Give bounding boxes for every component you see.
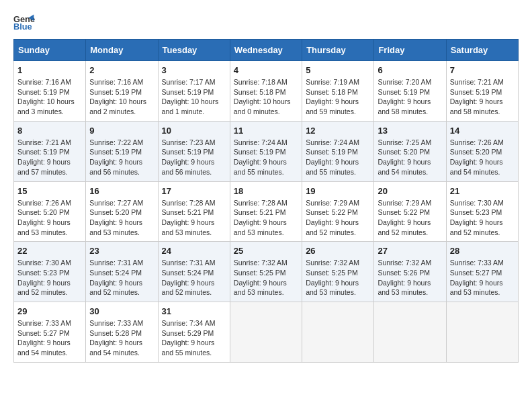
- day-detail: Sunrise: 7:17 AM Sunset: 5:19 PM Dayligh…: [162, 77, 226, 117]
- day-detail: Sunrise: 7:31 AM Sunset: 5:24 PM Dayligh…: [89, 258, 154, 298]
- day-number: 30: [89, 306, 154, 316]
- day-number: 15: [17, 186, 82, 196]
- logo-icon: General Blue: [13, 13, 35, 32]
- calendar-cell: 11Sunrise: 7:24 AM Sunset: 5:19 PM Dayli…: [230, 121, 302, 181]
- weekday-header: Tuesday: [158, 40, 230, 61]
- calendar-cell: 4Sunrise: 7:18 AM Sunset: 5:18 PM Daylig…: [230, 61, 302, 122]
- logo: General Blue: [13, 13, 38, 32]
- day-detail: Sunrise: 7:33 AM Sunset: 5:27 PM Dayligh…: [17, 318, 82, 358]
- calendar-cell: 19Sunrise: 7:29 AM Sunset: 5:22 PM Dayli…: [302, 181, 374, 242]
- day-number: 21: [450, 186, 515, 196]
- calendar-table: SundayMondayTuesdayWednesdayThursdayFrid…: [13, 39, 519, 363]
- day-number: 3: [162, 65, 226, 75]
- day-number: 14: [450, 126, 515, 136]
- calendar-cell: 17Sunrise: 7:28 AM Sunset: 5:21 PM Dayli…: [158, 181, 230, 242]
- day-number: 28: [450, 246, 515, 256]
- calendar-cell: 20Sunrise: 7:29 AM Sunset: 5:22 PM Dayli…: [374, 181, 446, 242]
- day-detail: Sunrise: 7:26 AM Sunset: 5:20 PM Dayligh…: [450, 138, 515, 177]
- day-detail: Sunrise: 7:30 AM Sunset: 5:23 PM Dayligh…: [17, 258, 82, 298]
- weekday-header: Monday: [86, 40, 158, 61]
- day-number: 9: [89, 126, 154, 136]
- calendar-cell: 29Sunrise: 7:33 AM Sunset: 5:27 PM Dayli…: [14, 302, 86, 363]
- calendar-cell: 13Sunrise: 7:25 AM Sunset: 5:20 PM Dayli…: [374, 121, 446, 181]
- calendar-week-row: 22Sunrise: 7:30 AM Sunset: 5:23 PM Dayli…: [14, 242, 519, 302]
- calendar-week-row: 15Sunrise: 7:26 AM Sunset: 5:20 PM Dayli…: [14, 181, 519, 242]
- weekday-header: Sunday: [14, 40, 86, 61]
- day-number: 29: [17, 306, 82, 316]
- day-detail: Sunrise: 7:32 AM Sunset: 5:25 PM Dayligh…: [234, 258, 298, 298]
- calendar-week-row: 29Sunrise: 7:33 AM Sunset: 5:27 PM Dayli…: [14, 302, 519, 363]
- day-number: 8: [17, 126, 82, 136]
- day-detail: Sunrise: 7:33 AM Sunset: 5:27 PM Dayligh…: [450, 258, 515, 298]
- calendar-cell: 22Sunrise: 7:30 AM Sunset: 5:23 PM Dayli…: [14, 242, 86, 302]
- day-detail: Sunrise: 7:19 AM Sunset: 5:18 PM Dayligh…: [306, 77, 370, 117]
- day-detail: Sunrise: 7:33 AM Sunset: 5:28 PM Dayligh…: [89, 318, 154, 358]
- calendar-cell: 25Sunrise: 7:32 AM Sunset: 5:25 PM Dayli…: [230, 242, 302, 302]
- calendar-cell: 5Sunrise: 7:19 AM Sunset: 5:18 PM Daylig…: [302, 61, 374, 122]
- calendar-cell: 1Sunrise: 7:16 AM Sunset: 5:19 PM Daylig…: [14, 61, 86, 122]
- calendar-cell: 15Sunrise: 7:26 AM Sunset: 5:20 PM Dayli…: [14, 181, 86, 242]
- day-number: 31: [162, 306, 226, 316]
- day-detail: Sunrise: 7:31 AM Sunset: 5:24 PM Dayligh…: [162, 258, 226, 298]
- day-detail: Sunrise: 7:16 AM Sunset: 5:19 PM Dayligh…: [17, 77, 82, 117]
- day-number: 13: [378, 126, 442, 136]
- calendar-cell: [302, 302, 374, 363]
- day-detail: Sunrise: 7:24 AM Sunset: 5:19 PM Dayligh…: [234, 138, 298, 177]
- day-detail: Sunrise: 7:23 AM Sunset: 5:19 PM Dayligh…: [162, 138, 226, 177]
- weekday-header: Wednesday: [230, 40, 302, 61]
- day-detail: Sunrise: 7:20 AM Sunset: 5:19 PM Dayligh…: [378, 77, 442, 117]
- day-detail: Sunrise: 7:29 AM Sunset: 5:22 PM Dayligh…: [306, 198, 370, 238]
- calendar-cell: [374, 302, 446, 363]
- day-number: 12: [306, 126, 370, 136]
- weekday-header: Friday: [374, 40, 446, 61]
- day-detail: Sunrise: 7:27 AM Sunset: 5:20 PM Dayligh…: [89, 198, 154, 238]
- calendar-cell: 27Sunrise: 7:32 AM Sunset: 5:26 PM Dayli…: [374, 242, 446, 302]
- calendar-cell: 9Sunrise: 7:22 AM Sunset: 5:19 PM Daylig…: [86, 121, 158, 181]
- day-detail: Sunrise: 7:21 AM Sunset: 5:19 PM Dayligh…: [17, 138, 82, 177]
- day-detail: Sunrise: 7:24 AM Sunset: 5:19 PM Dayligh…: [306, 138, 370, 177]
- calendar-cell: [230, 302, 302, 363]
- calendar-week-row: 8Sunrise: 7:21 AM Sunset: 5:19 PM Daylig…: [14, 121, 519, 181]
- day-number: 24: [162, 246, 226, 256]
- day-number: 26: [306, 246, 370, 256]
- svg-text:Blue: Blue: [13, 21, 32, 32]
- day-number: 5: [306, 65, 370, 75]
- day-number: 25: [234, 246, 298, 256]
- calendar-cell: 26Sunrise: 7:32 AM Sunset: 5:25 PM Dayli…: [302, 242, 374, 302]
- day-number: 23: [89, 246, 154, 256]
- page-header: General Blue: [13, 13, 519, 32]
- day-number: 17: [162, 186, 226, 196]
- calendar-cell: 12Sunrise: 7:24 AM Sunset: 5:19 PM Dayli…: [302, 121, 374, 181]
- day-detail: Sunrise: 7:22 AM Sunset: 5:19 PM Dayligh…: [89, 138, 154, 177]
- calendar-cell: 28Sunrise: 7:33 AM Sunset: 5:27 PM Dayli…: [446, 242, 518, 302]
- day-number: 22: [17, 246, 82, 256]
- day-number: 10: [162, 126, 226, 136]
- day-detail: Sunrise: 7:16 AM Sunset: 5:19 PM Dayligh…: [89, 77, 154, 117]
- calendar-cell: 2Sunrise: 7:16 AM Sunset: 5:19 PM Daylig…: [86, 61, 158, 122]
- day-detail: Sunrise: 7:32 AM Sunset: 5:25 PM Dayligh…: [306, 258, 370, 298]
- day-detail: Sunrise: 7:25 AM Sunset: 5:20 PM Dayligh…: [378, 138, 442, 177]
- calendar-cell: 6Sunrise: 7:20 AM Sunset: 5:19 PM Daylig…: [374, 61, 446, 122]
- day-detail: Sunrise: 7:21 AM Sunset: 5:19 PM Dayligh…: [450, 77, 515, 117]
- calendar-cell: 18Sunrise: 7:28 AM Sunset: 5:21 PM Dayli…: [230, 181, 302, 242]
- day-detail: Sunrise: 7:34 AM Sunset: 5:29 PM Dayligh…: [162, 318, 226, 358]
- calendar-cell: 10Sunrise: 7:23 AM Sunset: 5:19 PM Dayli…: [158, 121, 230, 181]
- day-number: 4: [234, 65, 298, 75]
- day-number: 19: [306, 186, 370, 196]
- day-number: 6: [378, 65, 442, 75]
- day-detail: Sunrise: 7:29 AM Sunset: 5:22 PM Dayligh…: [378, 198, 442, 238]
- calendar-header-row: SundayMondayTuesdayWednesdayThursdayFrid…: [14, 40, 519, 61]
- day-detail: Sunrise: 7:32 AM Sunset: 5:26 PM Dayligh…: [378, 258, 442, 298]
- calendar-week-row: 1Sunrise: 7:16 AM Sunset: 5:19 PM Daylig…: [14, 61, 519, 122]
- calendar-cell: [446, 302, 518, 363]
- day-detail: Sunrise: 7:28 AM Sunset: 5:21 PM Dayligh…: [234, 198, 298, 238]
- calendar-cell: 16Sunrise: 7:27 AM Sunset: 5:20 PM Dayli…: [86, 181, 158, 242]
- day-detail: Sunrise: 7:26 AM Sunset: 5:20 PM Dayligh…: [17, 198, 82, 238]
- day-number: 16: [89, 186, 154, 196]
- day-number: 18: [234, 186, 298, 196]
- calendar-cell: 21Sunrise: 7:30 AM Sunset: 5:23 PM Dayli…: [446, 181, 518, 242]
- calendar-cell: 8Sunrise: 7:21 AM Sunset: 5:19 PM Daylig…: [14, 121, 86, 181]
- day-number: 27: [378, 246, 442, 256]
- weekday-header: Saturday: [446, 40, 518, 61]
- weekday-header: Thursday: [302, 40, 374, 61]
